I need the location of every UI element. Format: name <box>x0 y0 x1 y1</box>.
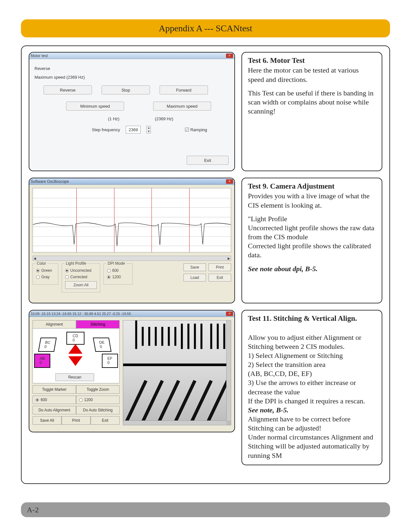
scan-preview <box>123 320 231 425</box>
motortest-body: Reverse Maximum speed (2369 Hz) Reverse … <box>29 59 234 169</box>
page-header-title: Appendix A --- SCANtest <box>159 23 252 34</box>
close-icon[interactable]: × <box>226 311 233 316</box>
ramping-label: Ramping <box>190 127 207 132</box>
cell-ef[interactable]: EF 0 <box>102 354 118 368</box>
maxspeed-label: Maximum speed (2369 Hz) <box>34 75 230 80</box>
print-button[interactable]: Print <box>62 416 91 425</box>
motortest-window: Motor test × Reverse Maximum speed (2369… <box>29 52 235 171</box>
tab-stitching[interactable]: Stitching <box>76 320 120 329</box>
stepfreq-label: Step frequency <box>92 127 120 132</box>
arrow-up-icon[interactable] <box>68 344 83 354</box>
radio-green[interactable]: Green <box>36 268 55 273</box>
toggle-zoom-button[interactable]: Toggle Zoom <box>76 385 120 394</box>
save-button[interactable]: Save <box>183 263 206 271</box>
stop-button[interactable]: Stop <box>102 85 150 94</box>
test9-title: Test 9. Camera Adjustment <box>248 182 376 191</box>
auto-alignment-button[interactable]: Do Auto Alignment <box>33 406 76 414</box>
zoomall-button[interactable]: Zoom All <box>65 281 97 289</box>
row-test11: 10.09 -15.15 13.24 -16.65 15.12 : 30.89 … <box>29 310 382 465</box>
exit-button[interactable]: Exit <box>187 156 229 165</box>
stitch-title: 10.09 -15.15 13.24 -16.65 15.12 : 30.89 … <box>31 312 131 316</box>
test6-title: Test 6. Motor Test <box>248 56 376 65</box>
auto-stitching-button[interactable]: Do Auto Stitching <box>76 406 120 414</box>
stepfreq-stepper[interactable]: ▲▼ <box>146 126 151 133</box>
radio-gray[interactable]: Gray <box>36 275 55 279</box>
stitch-controls: Alignment Stitching AB 0 BC 0 CD 0 DE 0 … <box>33 320 120 425</box>
tab-alignment[interactable]: Alignment <box>33 320 76 329</box>
close-icon[interactable]: × <box>226 54 233 58</box>
stitch-window: 10.09 -15.15 13.24 -16.65 15.12 : 30.89 … <box>29 310 235 432</box>
test6-p2: This Test can be useful if there is band… <box>248 89 376 116</box>
oscilloscope-window: Software Oscilloscope × ◀▶ Color Green G… <box>29 178 235 303</box>
test11-body2: Alignment have to be correct before Stit… <box>248 415 373 459</box>
preview-scroll-v[interactable] <box>226 320 231 420</box>
svg-line-18 <box>175 381 195 422</box>
test11-note: See note, B-5. <box>248 406 289 414</box>
exit-button[interactable]: Exit <box>91 416 120 425</box>
svg-line-19 <box>192 381 211 422</box>
osc-graph <box>33 188 231 252</box>
checkbox-icon: ✓ <box>185 128 189 132</box>
page-number: A-2 <box>27 506 39 514</box>
dpimode-groupbox: DPI Mode 600 1200 <box>103 263 132 285</box>
cell-cd[interactable]: CD 0 <box>66 332 84 345</box>
test6-description: Test 6. Motor Test Here the motor can be… <box>241 52 382 171</box>
svg-line-20 <box>208 381 228 422</box>
svg-line-16 <box>143 381 162 422</box>
print-button[interactable]: Print <box>209 263 231 271</box>
radio-uncorrected[interactable]: Uncorrected <box>65 268 97 273</box>
reverse-button[interactable]: Reverse <box>44 85 92 94</box>
hz-2369-label: (2369 Hz) <box>155 116 173 121</box>
cell-de[interactable]: DE 0 <box>93 338 112 352</box>
test11-description: Test 11. Stitching & Vertical Align. All… <box>241 310 382 465</box>
radio-600[interactable]: 600 <box>33 396 76 404</box>
close-icon[interactable]: × <box>226 179 233 184</box>
radio-1200[interactable]: 1200 <box>76 396 120 404</box>
forward-button[interactable]: Forward <box>160 85 208 94</box>
dpi-legend: DPI Mode <box>106 261 126 266</box>
stitch-diagram: AB 0 BC 0 CD 0 DE 0 EF 0 Rescan <box>33 329 120 383</box>
test9-note: See note about dpi, B-5. <box>248 265 318 273</box>
test9-p1: Provides you with a live image of what t… <box>248 192 376 210</box>
page-header: Appendix A --- SCANtest <box>21 19 390 37</box>
test9-p2: "Light Profile Uncorrected light profile… <box>248 214 376 260</box>
saveall-button[interactable]: Save All <box>33 416 62 425</box>
test11-body: Allow you to adjust either Alignment or … <box>248 333 365 405</box>
toggle-marker-button[interactable]: Toggle Marker <box>33 385 76 394</box>
stitch-titlebar: 10.09 -15.15 13.24 -16.65 15.12 : 30.89 … <box>29 310 234 317</box>
motortest-titlebar: Motor test × <box>29 53 234 59</box>
svg-line-15 <box>126 381 146 422</box>
test6-p1: Here the motor can be tested at various … <box>248 66 376 84</box>
main-panel: Motor test × Reverse Maximum speed (2369… <box>21 45 390 484</box>
radio-600[interactable]: 600 <box>107 268 129 273</box>
hz-1-label: (1 Hz) <box>108 116 119 121</box>
minspeed-button[interactable]: Minimum speed <box>66 102 124 111</box>
cell-ab[interactable]: AB 0 <box>34 354 50 368</box>
row-test6: Motor test × Reverse Maximum speed (2369… <box>29 52 382 171</box>
cell-bc[interactable]: BC 0 <box>38 338 57 352</box>
color-groupbox: Color Green Gray <box>33 263 58 285</box>
osc-scrollbar[interactable]: ◀▶ <box>33 256 231 261</box>
motortest-title: Motor test <box>31 54 48 58</box>
load-button[interactable]: Load <box>183 274 206 281</box>
radio-1200[interactable]: 1200 <box>107 275 129 279</box>
stepfreq-input[interactable]: 2369 <box>126 126 141 133</box>
maxspeed-button[interactable]: Maximum speed <box>153 102 211 111</box>
svg-line-17 <box>159 381 179 422</box>
row-test9: Software Oscilloscope × ◀▶ Color Green G… <box>29 178 382 303</box>
ramping-checkbox[interactable]: ✓ Ramping <box>185 127 207 132</box>
lightprofile-groupbox: Light Profile Uncorrected Corrected Zoom… <box>62 263 100 292</box>
radio-corrected[interactable]: Corrected <box>65 275 97 279</box>
light-legend: Light Profile <box>64 261 87 266</box>
osc-titlebar: Software Oscilloscope × <box>29 178 234 185</box>
rescan-button[interactable]: Rescan <box>55 373 94 381</box>
osc-title: Software Oscilloscope <box>31 179 69 184</box>
test11-title: Test 11. Stitching & Vertical Align. <box>248 314 376 323</box>
test9-description: Test 9. Camera Adjustment Provides you w… <box>241 178 382 303</box>
reverse-label: Reverse <box>34 66 230 71</box>
scroll-left-icon: ◀ <box>34 257 36 260</box>
page-footer: A-2 <box>21 502 390 517</box>
arrow-down-icon[interactable] <box>68 356 83 366</box>
exit-button[interactable]: Exit <box>209 274 231 281</box>
preview-scroll-h[interactable] <box>123 420 226 425</box>
